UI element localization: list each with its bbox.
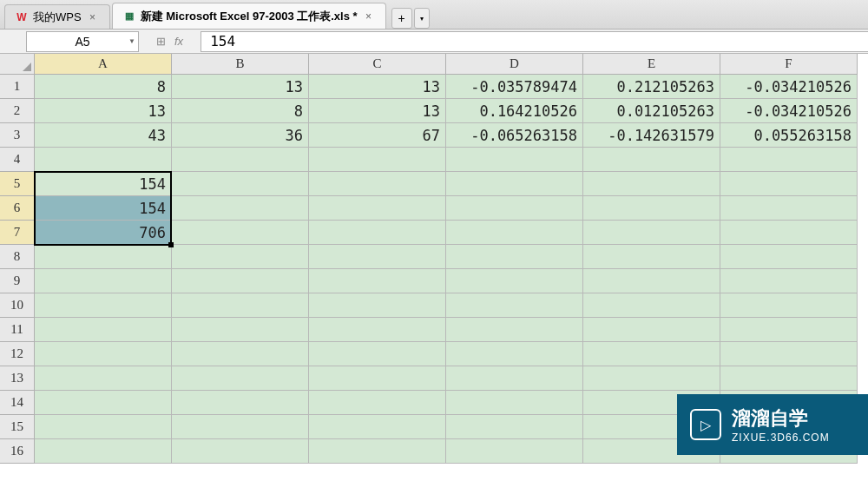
- cell[interactable]: [583, 196, 720, 221]
- cell[interactable]: 67: [309, 123, 446, 148]
- row-header[interactable]: 7: [0, 221, 35, 245]
- cell[interactable]: [583, 293, 720, 318]
- cell[interactable]: [720, 148, 858, 172]
- cell[interactable]: [172, 366, 309, 391]
- cell[interactable]: [172, 245, 309, 269]
- cell[interactable]: [172, 342, 309, 366]
- row-header[interactable]: 4: [0, 148, 35, 172]
- col-header-D[interactable]: D: [446, 54, 583, 75]
- cell[interactable]: 13: [172, 75, 309, 99]
- cell[interactable]: 8: [172, 99, 309, 123]
- row-header[interactable]: 1: [0, 75, 35, 99]
- cell[interactable]: [172, 172, 309, 196]
- cell[interactable]: [35, 439, 172, 464]
- tab-workbook[interactable]: ▦ 新建 Microsoft Excel 97-2003 工作表.xls * ×: [112, 3, 386, 29]
- cell[interactable]: [309, 221, 446, 245]
- cell[interactable]: [309, 172, 446, 196]
- cell[interactable]: [172, 221, 309, 245]
- cell[interactable]: [35, 366, 172, 391]
- cell[interactable]: [583, 245, 720, 269]
- row-header[interactable]: 14: [0, 391, 35, 415]
- cell[interactable]: [172, 391, 309, 415]
- cell[interactable]: [446, 221, 583, 245]
- new-tab-button[interactable]: +: [391, 8, 412, 29]
- cell[interactable]: [35, 415, 172, 439]
- col-header-F[interactable]: F: [720, 54, 858, 75]
- cell[interactable]: [446, 415, 583, 439]
- cell[interactable]: [172, 439, 309, 464]
- close-icon[interactable]: ×: [87, 11, 99, 23]
- cell[interactable]: [446, 196, 583, 221]
- cell[interactable]: [446, 366, 583, 391]
- row-header[interactable]: 9: [0, 269, 35, 293]
- row-header[interactable]: 5: [0, 172, 35, 196]
- tab-menu-button[interactable]: ▾: [414, 8, 430, 29]
- cell[interactable]: [309, 366, 446, 391]
- cell[interactable]: [446, 318, 583, 342]
- cell[interactable]: [309, 269, 446, 293]
- col-header-B[interactable]: B: [172, 54, 309, 75]
- expand-icon[interactable]: ⊞: [156, 35, 166, 48]
- cell[interactable]: 36: [172, 123, 309, 148]
- fx-icon[interactable]: fx: [174, 35, 183, 48]
- cell[interactable]: [309, 245, 446, 269]
- cell[interactable]: [172, 293, 309, 318]
- row-header[interactable]: 6: [0, 196, 35, 221]
- row-header[interactable]: 8: [0, 245, 35, 269]
- cell[interactable]: [583, 172, 720, 196]
- cell[interactable]: [720, 366, 858, 391]
- row-header[interactable]: 2: [0, 99, 35, 123]
- cell[interactable]: [446, 269, 583, 293]
- cell[interactable]: [309, 318, 446, 342]
- cell[interactable]: [583, 221, 720, 245]
- row-header[interactable]: 12: [0, 342, 35, 366]
- cell[interactable]: -0.035789474: [446, 75, 583, 99]
- cell[interactable]: -0.034210526: [720, 99, 858, 123]
- cell[interactable]: [720, 245, 858, 269]
- cell[interactable]: 0.012105263: [583, 99, 720, 123]
- cell[interactable]: [720, 196, 858, 221]
- cell[interactable]: [720, 269, 858, 293]
- tab-my-wps[interactable]: W 我的WPS ×: [4, 4, 110, 29]
- cell[interactable]: 154: [35, 172, 172, 196]
- cell[interactable]: [720, 342, 858, 366]
- cell[interactable]: [309, 439, 446, 464]
- cell[interactable]: [172, 269, 309, 293]
- cell[interactable]: [446, 439, 583, 464]
- cell[interactable]: 13: [309, 99, 446, 123]
- cell[interactable]: [35, 391, 172, 415]
- cell[interactable]: 43: [35, 123, 172, 148]
- cell[interactable]: 0.055263158: [720, 123, 858, 148]
- cell[interactable]: [446, 293, 583, 318]
- cell[interactable]: 8: [35, 75, 172, 99]
- cell[interactable]: [35, 245, 172, 269]
- cell[interactable]: [35, 148, 172, 172]
- cell[interactable]: -0.142631579: [583, 123, 720, 148]
- row-header[interactable]: 13: [0, 366, 35, 391]
- cell[interactable]: [35, 293, 172, 318]
- row-header[interactable]: 3: [0, 123, 35, 148]
- cell[interactable]: [583, 366, 720, 391]
- select-all-corner[interactable]: [0, 54, 35, 75]
- cell[interactable]: [309, 293, 446, 318]
- cell[interactable]: [35, 318, 172, 342]
- cell[interactable]: [720, 221, 858, 245]
- cell[interactable]: [309, 415, 446, 439]
- chevron-down-icon[interactable]: ▼: [128, 37, 135, 45]
- cell[interactable]: [720, 293, 858, 318]
- cell[interactable]: 0.164210526: [446, 99, 583, 123]
- col-header-A[interactable]: A: [35, 54, 172, 75]
- col-header-C[interactable]: C: [309, 54, 446, 75]
- cell[interactable]: [583, 148, 720, 172]
- cell[interactable]: [446, 245, 583, 269]
- cell[interactable]: [720, 172, 858, 196]
- cell[interactable]: 706: [35, 221, 172, 245]
- name-box[interactable]: A5 ▼: [26, 31, 139, 52]
- cell[interactable]: [172, 196, 309, 221]
- cell[interactable]: [172, 415, 309, 439]
- formula-bar[interactable]: 154: [201, 31, 868, 52]
- cell[interactable]: [35, 342, 172, 366]
- cell[interactable]: [446, 172, 583, 196]
- cell[interactable]: [309, 342, 446, 366]
- cell[interactable]: [309, 196, 446, 221]
